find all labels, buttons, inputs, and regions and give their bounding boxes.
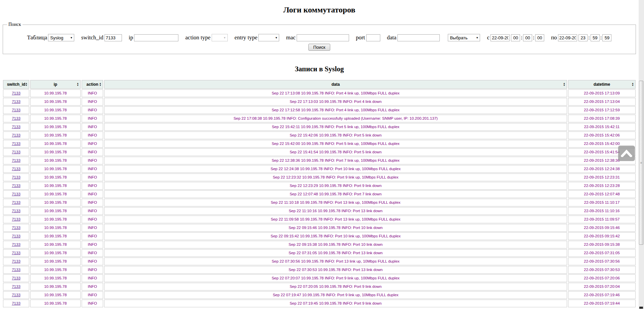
cell-datetime: 22-09-2015 17:12:59	[568, 106, 636, 114]
cell-action: INFO	[82, 274, 103, 282]
ip-label: ip	[129, 34, 133, 41]
port-input[interactable]	[366, 34, 380, 41]
switch-id-link[interactable]: 7133	[12, 293, 20, 297]
switch-id-link[interactable]: 7133	[12, 125, 20, 129]
switch-id-link[interactable]: 7133	[12, 192, 20, 196]
col-header-label: data	[332, 82, 340, 87]
table-title: Записи в Syslog	[0, 65, 639, 73]
cell-action: INFO	[82, 98, 103, 106]
switch-id-link[interactable]: 7133	[12, 142, 20, 146]
time-separator: :	[588, 34, 590, 41]
col-header-ip[interactable]: ip▲▼	[30, 80, 81, 89]
col-header-action[interactable]: action▲▼	[82, 80, 103, 89]
cell-datetime: 22-09-2015 07:19:44	[568, 300, 636, 307]
data-input[interactable]	[397, 34, 440, 41]
from-hour-input[interactable]	[511, 34, 520, 41]
switch-id-link[interactable]: 7133	[12, 234, 20, 238]
switch-id-link[interactable]: 7133	[12, 209, 20, 213]
cell-data: Sep 22 09:15:42 10.99.195.78 INFO: Port …	[104, 232, 567, 240]
table-row: 713310.99.195.78INFOSep 22 15:42:11 10.9…	[3, 123, 636, 131]
cell-ip: 10.99.195.78	[30, 232, 81, 240]
cell-data: Sep 22 07:31:05 10.99.195.78 INFO: Port …	[104, 249, 567, 257]
to-date-input[interactable]	[558, 34, 577, 41]
switch-id-link[interactable]: 7133	[12, 217, 20, 221]
cell-switch-id: 7133	[3, 199, 29, 206]
search-button[interactable]: Поиск	[308, 44, 330, 51]
switch-id-link[interactable]: 7133	[12, 259, 20, 263]
from-date-input[interactable]	[490, 34, 510, 41]
cell-action: INFO	[82, 182, 103, 190]
from-min-input[interactable]	[523, 34, 532, 41]
from-sec-input[interactable]	[535, 34, 544, 41]
sort-icon[interactable]: ▲▼	[563, 82, 565, 86]
cell-ip: 10.99.195.78	[30, 266, 81, 274]
switch-id-link[interactable]: 7133	[12, 108, 20, 112]
cell-data: Sep 22 15:42:11 10.99.195.78 INFO: Port …	[104, 123, 567, 131]
cell-switch-id: 7133	[3, 207, 29, 215]
scrollbar-thumb[interactable]: ≡	[639, 81, 643, 245]
table-row: 713310.99.195.78INFOSep 22 07:20:07 10.9…	[3, 274, 636, 282]
switch-id-link[interactable]: 7133	[12, 150, 20, 154]
cell-data: Sep 22 17:13:03 10.99.195.78 INFO: Port …	[104, 98, 567, 106]
switch-id-link[interactable]: 7133	[12, 242, 20, 246]
cell-switch-id: 7133	[3, 232, 29, 240]
cell-ip: 10.99.195.78	[30, 283, 81, 291]
switch-id-link[interactable]: 7133	[12, 251, 20, 255]
table-select[interactable]: Syslog▼	[48, 34, 74, 41]
mac-input[interactable]	[297, 34, 349, 41]
to-hour-input[interactable]	[578, 34, 588, 41]
action-type-label: action type	[185, 34, 211, 41]
cell-switch-id: 7133	[3, 165, 29, 173]
switch-id-input[interactable]	[104, 34, 122, 41]
page-scrollbar[interactable]: ≡	[639, 0, 644, 309]
col-header-data[interactable]: data▲▼	[104, 80, 567, 89]
table-row: 713310.99.195.78INFOSep 22 17:13:08 10.9…	[3, 89, 636, 97]
to-label: по	[551, 34, 557, 41]
switch-id-link[interactable]: 7133	[12, 268, 20, 272]
cell-action: INFO	[82, 190, 103, 198]
table-row: 713310.99.195.78INFOSep 22 07:19:45 10.9…	[3, 300, 636, 307]
category-select-value: Выбрать	[450, 35, 467, 40]
cell-ip: 10.99.195.78	[30, 241, 81, 248]
switch-id-link[interactable]: 7133	[12, 100, 20, 104]
col-header-datetime[interactable]: datetime▲▼	[568, 80, 636, 89]
to-min-input[interactable]	[591, 34, 600, 41]
switch-id-link[interactable]: 7133	[12, 158, 20, 162]
cell-data: Sep 22 09:15:46 10.99.195.78 INFO: Port …	[104, 224, 567, 232]
cell-data: Sep 22 07:19:45 10.99.195.78 INFO: Port …	[104, 300, 567, 307]
cell-switch-id: 7133	[3, 115, 29, 122]
scrollbar-down-arrow[interactable]	[639, 307, 643, 309]
cell-switch-id: 7133	[3, 131, 29, 139]
switch-id-link[interactable]: 7133	[12, 167, 20, 171]
sort-icon[interactable]: ▲▼	[77, 82, 79, 86]
cell-ip: 10.99.195.78	[30, 216, 81, 223]
cell-datetime: 22-09-2015 09:15:46	[568, 224, 636, 232]
category-select[interactable]: Выбрать▼	[448, 34, 480, 41]
sort-icon[interactable]: ▲▼	[25, 82, 28, 86]
switch-id-link[interactable]: 7133	[12, 175, 20, 179]
table-row: 713310.99.195.78INFOSep 22 07:30:56 10.9…	[3, 258, 636, 265]
scroll-to-top-button[interactable]	[618, 146, 635, 161]
chevron-up-icon	[621, 150, 632, 157]
cell-action: INFO	[82, 224, 103, 232]
table-row: 713310.99.195.78INFOSep 22 12:23:29 10.9…	[3, 182, 636, 190]
ip-input[interactable]	[134, 34, 178, 41]
switch-id-link[interactable]: 7133	[12, 200, 20, 204]
switch-id-link[interactable]: 7133	[12, 184, 20, 188]
cell-datetime: 22-09-2015 12:07:48	[568, 190, 636, 198]
switch-id-link[interactable]: 7133	[12, 91, 20, 95]
table-row: 713310.99.195.78INFOSep 22 12:23:32 10.9…	[3, 173, 636, 181]
sort-icon[interactable]: ▲▼	[632, 82, 634, 86]
col-header-switch-id[interactable]: switch_id▲▼	[3, 80, 29, 89]
switch-id-link[interactable]: 7133	[12, 226, 20, 230]
cell-switch-id: 7133	[3, 182, 29, 190]
switch-id-link[interactable]: 7133	[12, 276, 20, 280]
switch-id-link[interactable]: 7133	[12, 116, 20, 120]
to-sec-input[interactable]	[602, 34, 611, 41]
entry-type-select[interactable]: ▼	[258, 34, 279, 41]
sort-icon[interactable]: ▲▼	[99, 82, 101, 86]
switch-id-link[interactable]: 7133	[12, 133, 20, 137]
switch-id-link[interactable]: 7133	[12, 284, 20, 288]
cell-action: INFO	[82, 199, 103, 206]
switch-id-link[interactable]: 7133	[12, 301, 20, 305]
